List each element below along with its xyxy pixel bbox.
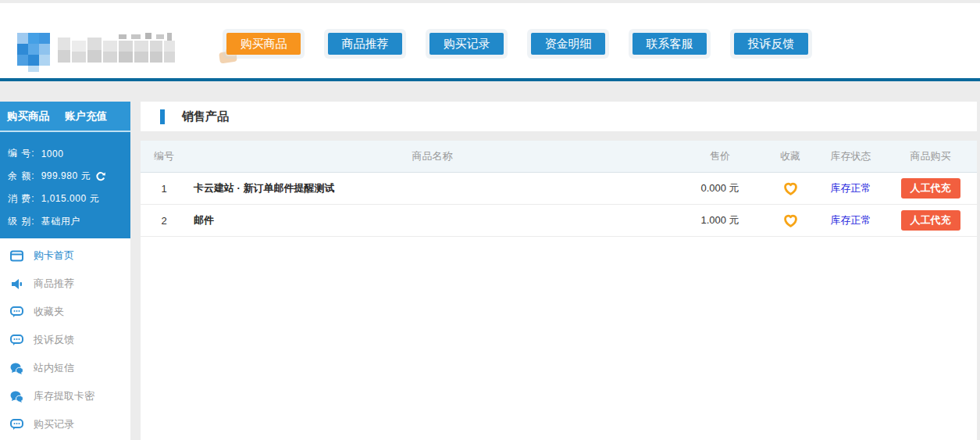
account-level-label: 级 别:	[8, 215, 35, 228]
col-header-stock: 库存状态	[818, 149, 884, 163]
heart-icon[interactable]	[783, 182, 798, 195]
manual-recharge-button[interactable]: 人工代充	[901, 178, 960, 199]
products-table: 编号 商品名称 售价 收藏 库存状态 商品购买 1 卡云建站 · 新订单邮件提醒…	[141, 141, 977, 440]
menu-item-label: 收藏夹	[34, 305, 64, 319]
chat-bubble-icon	[10, 334, 23, 346]
megaphone-icon	[10, 278, 23, 290]
menu-item-label: 商品推荐	[34, 277, 74, 291]
page: 购买商品 商品推荐 购买记录 资金明细 联系客服 投诉反馈 购买商品 账户充值 …	[0, 0, 980, 440]
product-id: 1	[141, 183, 187, 195]
tab-buy-products[interactable]: 购买商品	[7, 109, 49, 123]
menu-item-stock-card-keys[interactable]: 库存提取卡密	[0, 382, 130, 410]
table-header-row: 编号 商品名称 售价 收藏 库存状态 商品购买	[141, 141, 977, 173]
menu-item-purchase-records[interactable]: 购买记录	[0, 410, 130, 438]
menu-item-label: 投诉反馈	[34, 333, 74, 347]
menu-item-label: 库存提取卡密	[34, 389, 94, 403]
stock-status-link: 库存正常	[831, 214, 871, 226]
account-level-row: 级 别: 基础用户	[8, 210, 130, 233]
title-accent-bar	[160, 109, 165, 124]
account-balance-label: 余 额:	[8, 170, 35, 183]
product-name: 邮件	[187, 213, 677, 227]
sidebar: 购买商品 账户充值 编 号: 1000 余 额: 999.980 元 消 费: …	[0, 102, 130, 440]
table-row: 2 邮件 1.000 元 库存正常 人工代充	[141, 205, 977, 237]
menu-item-site-messages[interactable]: 站内短信	[0, 354, 130, 382]
chat-bubble-icon	[10, 306, 23, 318]
chat-bubbles-icon	[10, 391, 23, 402]
sidebar-menu: 购卡首页 商品推荐 收藏夹 投诉反馈 站内短信 库存提取卡密	[0, 238, 130, 440]
table-row: 1 卡云建站 · 新订单邮件提醒测试 0.000 元 库存正常 人工代充	[141, 173, 977, 205]
col-header-buy: 商品购买	[884, 149, 977, 163]
menu-item-label: 购卡首页	[34, 249, 74, 263]
account-balance-row: 余 额: 999.980 元	[8, 165, 130, 188]
menu-item-feedback[interactable]: 投诉反馈	[0, 326, 130, 354]
chat-bubbles-icon	[10, 363, 23, 374]
product-price: 1.000 元	[677, 213, 763, 227]
product-price: 0.000 元	[677, 181, 763, 195]
header: 购买商品 商品推荐 购买记录 资金明细 联系客服 投诉反馈	[0, 3, 980, 78]
account-id-value: 1000	[41, 148, 64, 159]
nav-buy-products-button[interactable]: 购买商品	[226, 33, 301, 55]
nav-recommend-button[interactable]: 商品推荐	[328, 33, 402, 55]
nav-feedback-button[interactable]: 投诉反馈	[734, 33, 808, 55]
card-icon	[10, 250, 23, 262]
manual-recharge-button[interactable]: 人工代充	[901, 210, 960, 231]
account-id-label: 编 号:	[8, 147, 35, 160]
site-logo	[17, 28, 184, 72]
nav-contact-support-button[interactable]: 联系客服	[633, 33, 707, 55]
header-divider	[0, 78, 980, 81]
product-id: 2	[141, 215, 187, 227]
menu-item-card-home[interactable]: 购卡首页	[0, 241, 130, 270]
col-header-favorite: 收藏	[763, 149, 818, 163]
menu-item-recommend[interactable]: 商品推荐	[0, 270, 130, 298]
account-id-row: 编 号: 1000	[8, 142, 130, 165]
col-header-id: 编号	[141, 149, 187, 163]
account-level-value: 基础用户	[41, 215, 80, 228]
col-header-price: 售价	[677, 149, 763, 163]
tab-account-recharge[interactable]: 账户充值	[65, 109, 107, 123]
account-spent-value: 1,015.000 元	[41, 192, 99, 206]
account-spent-label: 消 费:	[8, 192, 35, 206]
stock-status-link: 库存正常	[831, 182, 871, 194]
product-name: 卡云建站 · 新订单邮件提醒测试	[187, 181, 677, 195]
sidebar-tabs: 购买商品 账户充值	[0, 102, 130, 131]
chat-bubble-icon	[10, 419, 23, 431]
nav-funds-detail-button[interactable]: 资金明细	[531, 33, 605, 55]
menu-item-label: 购买记录	[34, 417, 74, 431]
account-info-panel: 编 号: 1000 余 额: 999.980 元 消 费: 1,015.000 …	[0, 132, 130, 238]
menu-item-favorites[interactable]: 收藏夹	[0, 298, 130, 326]
col-header-name: 商品名称	[187, 149, 677, 163]
section-header: 销售产品	[141, 102, 977, 131]
menu-item-label: 站内短信	[34, 361, 74, 375]
nav-purchase-records-button[interactable]: 购买记录	[429, 33, 504, 55]
refresh-icon[interactable]	[95, 171, 106, 182]
page-title: 销售产品	[182, 109, 229, 124]
top-nav: 购买商品 商品推荐 购买记录 资金明细 联系客服 投诉反馈	[226, 33, 808, 55]
account-balance-value: 999.980 元	[41, 170, 91, 183]
account-spent-row: 消 费: 1,015.000 元	[8, 188, 130, 210]
heart-icon[interactable]	[783, 214, 798, 227]
